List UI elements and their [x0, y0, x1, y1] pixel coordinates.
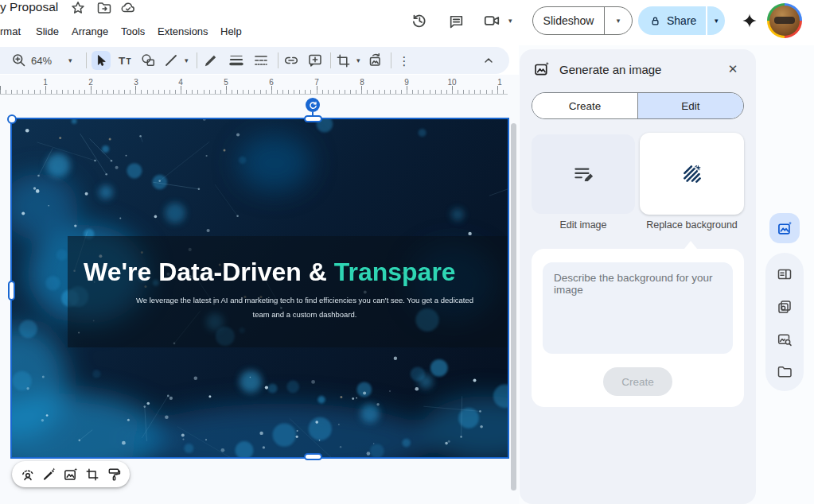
border-color-button[interactable]: [201, 51, 220, 70]
ruler-ticks: [0, 77, 508, 94]
menu-item-format-partial[interactable]: rmat: [0, 25, 21, 37]
crop-icon: [85, 467, 99, 482]
comment-add-icon: [307, 52, 323, 68]
replace-image-button[interactable]: [366, 51, 385, 70]
folder-icon: [777, 364, 793, 380]
avatar-image: [769, 6, 800, 36]
replace-image-icon: [368, 52, 384, 68]
document-title[interactable]: y Proposal: [0, 0, 58, 14]
comments-button[interactable]: [446, 11, 465, 30]
slide-image[interactable]: We're Data-Driven & Transpare We leverag…: [10, 118, 509, 459]
star-icon[interactable]: [70, 0, 86, 16]
line-dropdown-caret[interactable]: ▾: [185, 57, 189, 64]
menu-item-tools[interactable]: Tools: [121, 25, 145, 37]
slide-heading: We're Data-Driven & Transpare: [84, 258, 456, 286]
line-icon: [163, 52, 179, 68]
insert-link-button[interactable]: [282, 51, 301, 70]
tab-create[interactable]: Create: [532, 93, 637, 118]
rotate-handle[interactable]: [306, 98, 320, 112]
menu-item-slide[interactable]: Slide: [36, 25, 59, 37]
sidebar-item-folder[interactable]: [775, 362, 794, 382]
sidebar-item-templates[interactable]: [775, 265, 794, 284]
cloud-saved-icon[interactable]: [120, 0, 136, 16]
generate-image-button[interactable]: [60, 464, 81, 485]
text-box-icon: T T: [117, 52, 133, 68]
magic-edit-button[interactable]: [39, 464, 60, 485]
sidebar-tools-group: [765, 253, 804, 391]
remove-background-button[interactable]: [18, 464, 38, 485]
paint-roller-icon: [107, 467, 122, 482]
sidebar-item-generate-image[interactable]: [769, 213, 800, 243]
meet-dropdown-caret[interactable]: ▾: [508, 17, 512, 25]
zoom-button[interactable]: [10, 51, 29, 70]
version-history-button[interactable]: [410, 11, 429, 30]
border-weight-button[interactable]: [227, 51, 246, 70]
network-background-image: We're Data-Driven & Transpare We leverag…: [12, 119, 508, 457]
meet-button[interactable]: [480, 11, 504, 30]
move-to-folder-icon[interactable]: [96, 0, 112, 16]
svg-text:T: T: [119, 55, 126, 67]
menu-item-arrange[interactable]: Arrange: [72, 25, 108, 37]
more-options-button[interactable]: ⋮: [395, 51, 414, 70]
sidebar-item-photos[interactable]: [775, 297, 794, 316]
background-prompt-input[interactable]: [543, 262, 733, 354]
text-box-tool-button[interactable]: T T: [115, 51, 134, 70]
mode-replace-background-card[interactable]: [640, 133, 744, 215]
pen-icon: [203, 53, 218, 68]
image-sparkle-icon: [63, 467, 79, 483]
slideshow-button[interactable]: Slideshow: [533, 7, 604, 34]
crop-tool-button[interactable]: [333, 51, 352, 70]
zoom-dropdown-caret[interactable]: ▾: [68, 57, 72, 64]
format-paint-button[interactable]: [103, 464, 124, 485]
ruler-number: 2: [88, 78, 93, 87]
resize-handle-left-middle[interactable]: [8, 281, 15, 300]
mode-edit-image-card[interactable]: [532, 134, 635, 214]
ruler-number: 9: [404, 78, 409, 87]
share-dropdown[interactable]: ▾: [707, 6, 725, 35]
slide-subtitle-line2: team and a custom dashboard.: [253, 310, 357, 319]
horizontal-ruler: 1 2 3 4 5 6 7 8 9 10 1: [0, 77, 508, 95]
hide-menus-button[interactable]: [479, 51, 498, 70]
tab-edit[interactable]: Edit: [637, 93, 743, 118]
google-slides-app: y Proposal rmat Slide Arrange Tools Exte…: [0, 0, 814, 504]
create-edit-toggle: Create Edit: [532, 92, 744, 119]
zoom-level-value[interactable]: 64%: [31, 55, 52, 67]
resize-handle-top-left[interactable]: [7, 114, 17, 124]
svg-text:T: T: [127, 57, 131, 66]
edit-image-icon: [571, 162, 595, 186]
video-camera-icon: [483, 12, 500, 29]
canvas-scrollbar[interactable]: [511, 123, 516, 490]
select-tool-button[interactable]: [92, 51, 111, 70]
menu-item-help[interactable]: Help: [220, 25, 242, 37]
ruler-number: 6: [269, 78, 274, 87]
person-rays-icon: [20, 467, 36, 483]
menu-item-extensions[interactable]: Extensions: [158, 25, 208, 37]
close-panel-button[interactable]: ✕: [722, 59, 743, 79]
share-dropdown-caret: ▾: [715, 17, 719, 25]
create-button[interactable]: Create: [603, 367, 672, 396]
ruler-number: 10: [447, 78, 456, 87]
link-icon: [283, 52, 299, 68]
ruler-number: 4: [178, 78, 183, 87]
slide-subtitle-line1: We leverage the latest in AI and marketi…: [136, 296, 473, 304]
slide-heading-white: We're Data-Driven &: [84, 258, 334, 286]
resize-handle-top-middle[interactable]: [304, 115, 322, 122]
share-split-button: Share ▾: [638, 6, 725, 35]
sidebar-item-image-search[interactable]: [775, 330, 794, 349]
shape-tool-button[interactable]: [138, 51, 158, 70]
slide-text-overlay: [68, 236, 508, 347]
account-avatar[interactable]: [767, 3, 802, 38]
add-comment-button[interactable]: [306, 51, 325, 70]
crop-quick-button[interactable]: [82, 464, 103, 485]
gemini-button[interactable]: [740, 11, 759, 30]
magic-pen-icon: [41, 467, 56, 482]
crop-dropdown-caret[interactable]: ▾: [356, 57, 360, 64]
share-button[interactable]: Share: [638, 6, 706, 35]
resize-handle-bottom-middle[interactable]: [304, 453, 322, 460]
line-tool-button[interactable]: [162, 51, 181, 70]
rotate-icon: [309, 101, 317, 110]
slideshow-dropdown[interactable]: ▾: [604, 7, 632, 34]
border-weight-icon: [228, 52, 244, 68]
border-dash-button[interactable]: [251, 51, 271, 70]
history-icon: [411, 12, 428, 29]
